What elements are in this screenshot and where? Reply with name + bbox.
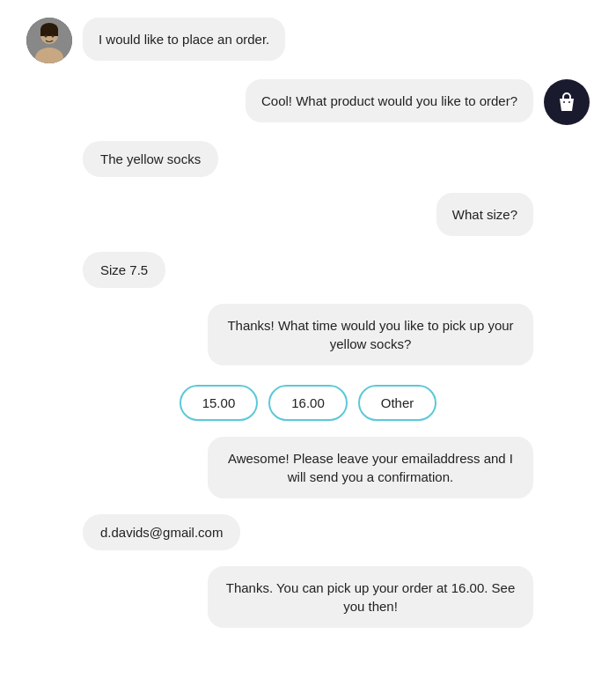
option-button-other[interactable]: Other <box>358 385 437 421</box>
message-bubble-5: Size 7.5 <box>83 252 165 288</box>
bot-avatar <box>544 79 590 125</box>
message-row-9: d.davids@gmail.com <box>26 514 590 550</box>
chat-container: I would like to place an order. Cool! Wh… <box>0 0 616 645</box>
message-row-6: Thanks! What time would you like to pick… <box>26 304 590 365</box>
message-row-4: What size? <box>26 193 590 236</box>
svg-point-8 <box>568 101 570 103</box>
message-row-3: The yellow socks <box>26 141 590 177</box>
message-bubble-6: Thanks! What time would you like to pick… <box>208 304 533 365</box>
message-row-8: Awesome! Please leave your emailaddress … <box>26 437 590 498</box>
message-bubble-4: What size? <box>436 193 533 236</box>
message-row-10: Thanks. You can pick up your order at 16… <box>26 566 590 628</box>
svg-point-6 <box>52 35 55 38</box>
message-row-2: Cool! What product would you like to ord… <box>26 79 590 125</box>
message-row-1: I would like to place an order. <box>26 18 590 63</box>
svg-point-5 <box>45 35 48 38</box>
options-row: 15.00 16.00 Other <box>26 385 590 421</box>
message-bubble-9: d.davids@gmail.com <box>83 514 240 550</box>
svg-point-7 <box>563 101 565 103</box>
message-bubble-2: Cool! What product would you like to ord… <box>246 79 533 122</box>
option-button-1600[interactable]: 16.00 <box>268 385 348 421</box>
option-button-1500[interactable]: 15.00 <box>180 385 259 421</box>
user-avatar <box>26 18 72 63</box>
message-row-5: Size 7.5 <box>26 252 590 288</box>
svg-rect-4 <box>40 29 58 36</box>
message-bubble-1: I would like to place an order. <box>83 18 285 61</box>
message-bubble-10: Thanks. You can pick up your order at 16… <box>208 566 533 628</box>
message-bubble-8: Awesome! Please leave your emailaddress … <box>208 437 533 498</box>
message-bubble-3: The yellow socks <box>83 141 218 177</box>
